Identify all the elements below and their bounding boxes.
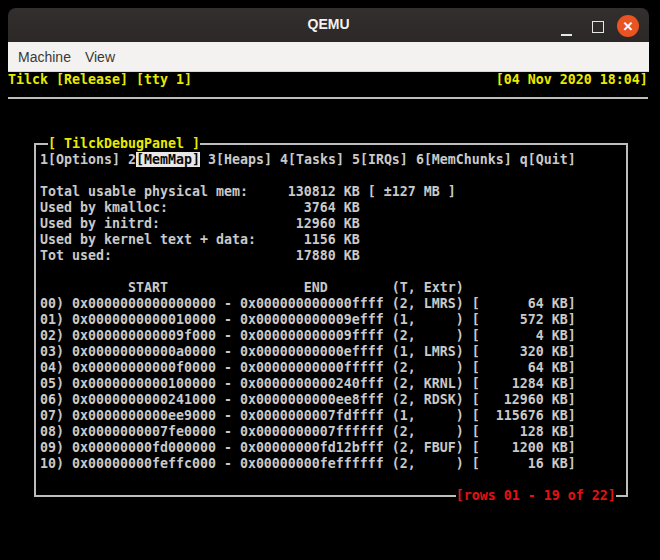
terminal-text-segment — [344, 152, 352, 167]
terminal-line-8: Used by kmalloc: 3764 KB — [8, 200, 360, 216]
console-status-left: Tilck [Release] [tty 1] — [8, 72, 192, 87]
terminal-line-22: 08) 0x0000000007fe0000 - 0x0000000007fff… — [8, 424, 576, 440]
tab-options[interactable]: [Options] — [48, 152, 120, 167]
memmap-row-01: 01) 0x0000000000010000 - 0x000000000009e… — [8, 312, 576, 327]
terminal-line-13: START END (T, Extr) — [8, 280, 464, 296]
tab-irqs[interactable]: [IRQs] — [360, 152, 408, 167]
mem-stat-value: 3764 — [168, 200, 336, 215]
panel-title: [ TilckDebugPanel ] — [48, 136, 200, 151]
terminal-line-16: 02) 0x000000000009f000 - 0x000000000009f… — [8, 328, 576, 344]
tab-key-memchunks[interactable]: 6 — [416, 152, 424, 167]
mem-stat-unit: KB — [336, 248, 360, 263]
terminal-text-segment — [8, 200, 40, 215]
terminal-line-19: 05) 0x0000000000100000 - 0x0000000000240… — [8, 376, 576, 392]
mem-stat-unit: KB [ ±127 MB ] — [336, 184, 456, 199]
table-header-row: START END (T, Extr) — [8, 280, 464, 295]
mem-stat-label: Tot used: — [40, 248, 112, 263]
terminal-line-0: Tilck [Release] [tty 1] [04 Nov 2020 18:… — [8, 72, 648, 88]
mem-stat-label: Used by kernel text + data: — [40, 232, 256, 247]
mem-stat-value: 1156 — [256, 232, 336, 247]
qemu-window: QEMU ✕ Machine View Tilck [Release] [tty… — [0, 0, 660, 560]
terminal-text-segment — [8, 248, 40, 263]
terminal-text-segment — [192, 72, 496, 87]
terminal-line-23: 09) 0x00000000fd000000 - 0x00000000fd12b… — [8, 440, 576, 456]
window-titlebar[interactable]: QEMU ✕ — [8, 8, 649, 43]
tab-quit[interactable]: [Quit] — [528, 152, 576, 167]
window-title: QEMU — [8, 16, 649, 32]
terminal-line-4: [ TilckDebugPanel ] — [8, 136, 200, 152]
minimize-icon[interactable] — [561, 34, 572, 36]
terminal-line-9: Used by initrd: 12960 KB — [8, 216, 360, 232]
console-clock: [04 Nov 2020 18:04] — [496, 72, 648, 87]
terminal-text-segment — [8, 152, 40, 167]
memmap-row-05: 05) 0x0000000000100000 - 0x0000000000240… — [8, 376, 576, 391]
terminal-text-segment — [408, 152, 416, 167]
terminal-text-segment — [200, 152, 208, 167]
terminal-text-segment — [8, 232, 40, 247]
memmap-row-10: 10) 0x00000000feffc000 - 0x00000000fefff… — [8, 456, 576, 471]
mem-stat-value: 130812 — [248, 184, 336, 199]
mem-stat-value: 12960 — [160, 216, 336, 231]
tab-key-memmap[interactable]: 2 — [128, 152, 136, 167]
terminal-line-14: 00) 0x0000000000000000 - 0x000000000000f… — [8, 296, 576, 312]
terminal-line-26: [rows 01 - 19 of 22] — [8, 488, 616, 504]
memmap-row-09: 09) 0x00000000fd000000 - 0x00000000fd12b… — [8, 440, 576, 455]
memmap-row-04: 04) 0x00000000000f0000 - 0x00000000000ff… — [8, 360, 576, 375]
tab-key-quit[interactable]: q — [520, 152, 528, 167]
mem-stat-value: 17880 — [112, 248, 336, 263]
mem-stat-unit: KB — [336, 200, 360, 215]
terminal-line-20: 06) 0x0000000000241000 - 0x0000000000ee8… — [8, 392, 576, 408]
menu-machine[interactable]: Machine — [18, 49, 71, 65]
memmap-row-00: 00) 0x0000000000000000 - 0x000000000000f… — [8, 296, 576, 311]
memmap-row-03: 03) 0x00000000000a0000 - 0x00000000000ef… — [8, 344, 576, 359]
terminal-line-15: 01) 0x0000000000010000 - 0x000000000009e… — [8, 312, 576, 328]
tab-heaps[interactable]: [Heaps] — [216, 152, 272, 167]
terminal-line-11: Tot used: 17880 KB — [8, 248, 360, 264]
vm-display[interactable]: Tilck [Release] [tty 1] [04 Nov 2020 18:… — [8, 72, 648, 552]
terminal-text-segment — [8, 216, 40, 231]
terminal-text-segment — [512, 152, 520, 167]
terminal-text: Tilck [Release] [tty 1] [04 Nov 2020 18:… — [8, 72, 648, 552]
mem-stat-label: Used by initrd: — [40, 216, 160, 231]
memmap-row-07: 07) 0x0000000000ee9000 - 0x0000000007fdf… — [8, 408, 576, 423]
tab-memchunks[interactable]: [MemChunks] — [424, 152, 512, 167]
terminal-text-segment — [8, 184, 40, 199]
tab-memmap[interactable]: [MemMap] — [136, 152, 200, 167]
mem-stat-unit: KB — [336, 232, 360, 247]
terminal-line-7: Total usable physical mem: 130812 KB [ ±… — [8, 184, 456, 200]
terminal-line-17: 03) 0x00000000000a0000 - 0x00000000000ef… — [8, 344, 576, 360]
tab-key-options[interactable]: 1 — [40, 152, 48, 167]
tab-key-irqs[interactable]: 5 — [352, 152, 360, 167]
terminal-text-segment — [120, 152, 128, 167]
terminal-line-24: 10) 0x00000000feffc000 - 0x00000000fefff… — [8, 456, 576, 472]
terminal-text-segment — [8, 136, 48, 151]
tab-key-heaps[interactable]: 3 — [208, 152, 216, 167]
maximize-icon[interactable] — [592, 21, 604, 33]
tab-tasks[interactable]: [Tasks] — [288, 152, 344, 167]
mem-stat-label: Total usable physical mem: — [40, 184, 248, 199]
tab-key-tasks[interactable]: 4 — [280, 152, 288, 167]
terminal-line-10: Used by kernel text + data: 1156 KB — [8, 232, 360, 248]
close-icon[interactable]: ✕ — [617, 15, 639, 37]
mem-stat-unit: KB — [336, 216, 360, 231]
mem-stat-label: Used by kmalloc: — [40, 200, 168, 215]
menu-view[interactable]: View — [85, 49, 115, 65]
terminal-text-segment — [272, 152, 280, 167]
memmap-row-06: 06) 0x0000000000241000 - 0x0000000000ee8… — [8, 392, 576, 407]
terminal-line-5: 1[Options] 2[MemMap] 3[Heaps] 4[Tasks] 5… — [8, 152, 576, 168]
rows-pager-status: [rows 01 - 19 of 22] — [456, 488, 616, 503]
terminal-line-18: 04) 0x00000000000f0000 - 0x00000000000ff… — [8, 360, 576, 376]
memmap-row-02: 02) 0x000000000009f000 - 0x000000000009f… — [8, 328, 576, 343]
terminal-text-segment — [8, 488, 456, 503]
terminal-line-21: 07) 0x0000000000ee9000 - 0x0000000007fdf… — [8, 408, 576, 424]
memmap-row-08: 08) 0x0000000007fe0000 - 0x0000000007fff… — [8, 424, 576, 439]
menu-bar: Machine View — [8, 42, 649, 72]
